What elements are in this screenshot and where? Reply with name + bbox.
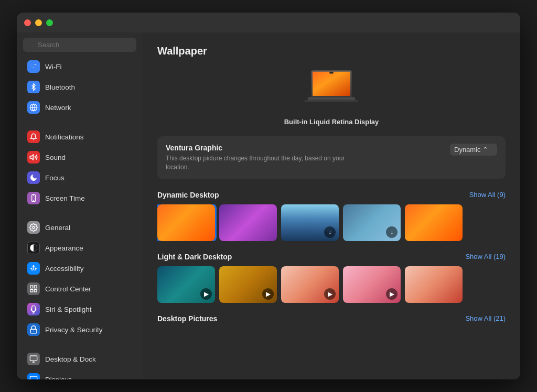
search-wrapper: 🔍 <box>23 38 136 52</box>
light-dark-grid: ▶ ▶ ▶ ▶ <box>157 266 506 303</box>
sidebar-item-wifi-label: Wi-Fi <box>45 63 61 71</box>
wallpaper-ld3[interactable]: ▶ <box>281 266 339 303</box>
svg-rect-18 <box>30 376 37 379</box>
screentime-icon <box>27 192 40 204</box>
wallpaper-ld5[interactable] <box>405 266 463 303</box>
sidebar-group-media: Notifications Sound Focus <box>17 126 143 209</box>
sidebar-item-sound-label: Sound <box>45 154 66 161</box>
sidebar-item-displays-label: Displays <box>45 376 72 380</box>
svg-rect-26 <box>308 97 355 100</box>
svg-rect-8 <box>34 286 37 288</box>
sidebar-item-accessibility[interactable]: Accessibility <box>20 258 139 278</box>
wallpaper-thumb-bigsur[interactable]: ↓ <box>343 204 401 241</box>
sidebar-item-accessibility-label: Accessibility <box>45 265 84 273</box>
titlebar <box>17 13 520 32</box>
wifi-icon <box>27 60 40 73</box>
desktop-pictures-header: Desktop Pictures Show All (21) <box>157 314 506 323</box>
wallpaper-thumb-extra[interactable] <box>405 204 463 241</box>
sidebar-item-bluetooth[interactable]: Bluetooth <box>20 77 139 97</box>
appearance-icon <box>27 242 40 254</box>
sidebar-item-controlcenter[interactable]: Control Center <box>20 279 139 299</box>
general-icon <box>27 221 40 234</box>
controlcenter-icon <box>27 282 40 295</box>
sidebar: 🔍 Wi-Fi Bluetooth <box>17 32 143 379</box>
light-dark-header: Light & Dark Desktop Show All (19) <box>157 253 506 261</box>
accessibility-icon <box>27 262 40 275</box>
sidebar-item-screentime-label: Screen Time <box>45 194 85 202</box>
wallpaper-name: Ventura Graphic <box>166 144 355 152</box>
play-overlay-3: ▶ <box>324 288 336 300</box>
svg-rect-7 <box>30 286 33 288</box>
wallpaper-thumb-catalina[interactable]: ↓ <box>281 204 339 241</box>
svg-rect-24 <box>313 72 350 96</box>
dynamic-desktop-header: Dynamic Desktop Show All (9) <box>157 191 506 199</box>
sidebar-item-general[interactable]: General <box>20 217 139 237</box>
main-content: Wallpaper <box>143 32 520 379</box>
sidebar-item-siri[interactable]: Siri & Spotlight <box>20 299 139 319</box>
play-overlay-1: ▶ <box>200 288 212 300</box>
search-container: 🔍 <box>17 32 143 56</box>
display-label: Built-in Liquid Retina Display <box>284 118 379 126</box>
sidebar-item-focus[interactable]: Focus <box>20 168 139 188</box>
svg-rect-15 <box>30 356 37 361</box>
download-overlay-1: ↓ <box>324 226 336 238</box>
sidebar-group-system: General Appearance Accessibility <box>17 217 143 340</box>
svg-rect-9 <box>34 289 37 292</box>
sidebar-item-sound[interactable]: Sound <box>20 147 139 167</box>
sidebar-item-desktop-label: Desktop & Dock <box>45 355 96 363</box>
page-title: Wallpaper <box>157 45 506 57</box>
network-icon <box>27 101 40 114</box>
play-overlay-2: ▶ <box>262 288 274 300</box>
download-overlay-2: ↓ <box>386 226 398 238</box>
wallpaper-ld4[interactable]: ▶ <box>343 266 401 303</box>
svg-rect-10 <box>30 289 33 292</box>
sidebar-item-appearance[interactable]: Appearance <box>20 238 139 258</box>
maximize-button[interactable] <box>46 19 53 26</box>
sidebar-item-screentime[interactable]: Screen Time <box>20 188 139 208</box>
sidebar-item-controlcenter-label: Control Center <box>45 285 91 293</box>
display-preview: Built-in Liquid Retina Display <box>157 68 506 126</box>
window-content: 🔍 Wi-Fi Bluetooth <box>17 32 520 379</box>
sidebar-group-connectivity: Wi-Fi Bluetooth Network <box>17 56 143 118</box>
svg-point-4 <box>33 226 35 228</box>
wallpaper-thumb-purple[interactable] <box>219 204 277 241</box>
light-dark-show-all[interactable]: Show All (19) <box>465 253 506 260</box>
sidebar-item-network-label: Network <box>45 104 71 112</box>
notifications-icon <box>27 130 40 143</box>
dynamic-desktop-show-all[interactable]: Show All (9) <box>469 191 506 199</box>
wallpaper-thumb-ventura[interactable] <box>157 204 215 241</box>
play-overlay-4: ▶ <box>386 288 398 300</box>
sidebar-item-displays[interactable]: Displays <box>20 369 139 379</box>
minimize-button[interactable] <box>35 19 42 26</box>
dynamic-desktop-title: Dynamic Desktop <box>157 191 219 199</box>
wallpaper-ld2[interactable]: ▶ <box>219 266 277 303</box>
search-input[interactable] <box>23 38 136 52</box>
close-button[interactable] <box>24 19 31 26</box>
wallpaper-ld1[interactable]: ▶ <box>157 266 215 303</box>
sidebar-item-network[interactable]: Network <box>20 97 139 117</box>
sidebar-item-privacy[interactable]: Privacy & Security <box>20 320 139 340</box>
svg-point-14 <box>33 331 34 331</box>
svg-rect-27 <box>305 100 359 102</box>
wallpaper-desc: This desktop picture changes throughout … <box>166 154 355 172</box>
siri-icon <box>27 303 40 315</box>
system-preferences-window: 🔍 Wi-Fi Bluetooth <box>17 13 520 379</box>
bluetooth-icon <box>27 81 40 93</box>
sidebar-item-notifications[interactable]: Notifications <box>20 127 139 147</box>
dynamic-mode-select[interactable]: Dynamic ⌃ Light Dark <box>450 144 497 156</box>
sidebar-group-desktop: Desktop & Dock Displays Wallpaper <box>17 349 143 379</box>
svg-marker-2 <box>30 155 33 159</box>
desktop-pictures-title: Desktop Pictures <box>157 314 217 323</box>
sidebar-item-desktop[interactable]: Desktop & Dock <box>20 349 139 369</box>
sidebar-item-appearance-label: Appearance <box>45 244 83 252</box>
sidebar-item-wifi[interactable]: Wi-Fi <box>20 57 139 77</box>
dynamic-desktop-grid: ↓ ↓ <box>157 204 506 241</box>
desktop-pictures-show-all[interactable]: Show All (21) <box>465 314 506 322</box>
svg-rect-25 <box>329 72 334 74</box>
wallpaper-info-text: Ventura Graphic This desktop picture cha… <box>166 144 355 172</box>
sidebar-item-privacy-label: Privacy & Security <box>45 326 103 334</box>
displays-icon <box>27 373 40 379</box>
focus-icon <box>27 171 40 184</box>
sidebar-item-bluetooth-label: Bluetooth <box>45 83 75 91</box>
desktop-icon <box>27 353 40 365</box>
